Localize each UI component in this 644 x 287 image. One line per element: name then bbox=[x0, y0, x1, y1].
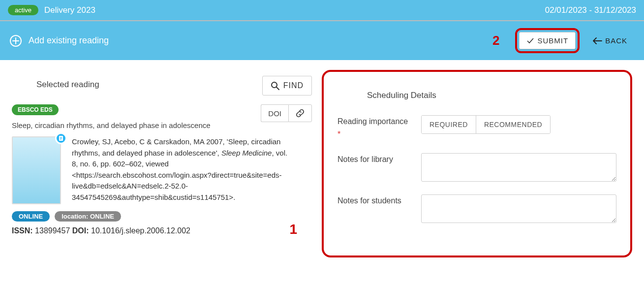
doi-value: 10.1016/j.sleep.2006.12.002 bbox=[89, 226, 190, 235]
content: Selected reading FIND DOI EBSCO EDS Slee… bbox=[0, 60, 644, 277]
find-button[interactable]: FIND bbox=[262, 76, 312, 96]
date-range: 02/01/2023 - 31/12/2023 bbox=[545, 5, 636, 15]
reading-title: Sleep, circadian rhythms, and delayed ph… bbox=[12, 121, 211, 129]
citation-journal: Sleep Medicine bbox=[221, 149, 272, 157]
location-badge: location: ONLINE bbox=[55, 211, 121, 222]
page-title: Add existing reading bbox=[29, 35, 109, 46]
search-icon bbox=[271, 81, 279, 90]
notes-students-label: Notes for students bbox=[337, 194, 411, 207]
importance-label: Reading importance * bbox=[337, 115, 411, 140]
thumbnail-wrap bbox=[12, 136, 63, 204]
importance-required-option[interactable]: REQUIRED bbox=[422, 116, 476, 133]
left-column: Selected reading FIND DOI EBSCO EDS Slee… bbox=[12, 70, 312, 235]
pill-row: ONLINE location: ONLINE bbox=[12, 211, 312, 222]
citation-text: Crowley, SJ, Acebo, C & Carskadon, MA 20… bbox=[72, 136, 288, 204]
notes-library-label: Notes for library bbox=[337, 153, 411, 166]
sub-bar-left: Add existing reading bbox=[10, 35, 109, 47]
delivery-label: Delivery 2023 bbox=[44, 5, 95, 15]
doi-button[interactable]: DOI bbox=[261, 104, 288, 122]
back-button-label: BACK bbox=[605, 36, 627, 45]
notes-students-row: Notes for students bbox=[337, 194, 616, 223]
sub-bar: Add existing reading 2 SUBMIT BACK bbox=[0, 21, 644, 60]
link-button[interactable] bbox=[288, 104, 312, 122]
scheduling-panel-highlight: Scheduling Details Reading importance * … bbox=[322, 70, 632, 257]
doi-link-group: DOI bbox=[261, 104, 312, 122]
top-bar: active Delivery 2023 02/01/2023 - 31/12/… bbox=[0, 0, 644, 21]
source-badge: EBSCO EDS bbox=[12, 104, 59, 115]
annotation-1: 1 bbox=[289, 222, 297, 237]
thumbnail bbox=[12, 136, 61, 204]
find-button-label: FIND bbox=[283, 81, 304, 90]
submit-button[interactable]: SUBMIT bbox=[519, 32, 576, 49]
link-icon bbox=[296, 109, 305, 118]
notes-library-row: Notes for library bbox=[337, 153, 616, 182]
right-column: Scheduling Details Reading importance * … bbox=[322, 70, 632, 257]
importance-label-text: Reading importance bbox=[337, 117, 408, 126]
source-row: EBSCO EDS Sleep, circadian rhythms, and … bbox=[12, 104, 228, 129]
doi-label: DOI: bbox=[72, 226, 89, 235]
citation-row: Crowley, SJ, Acebo, C & Carskadon, MA 20… bbox=[12, 136, 312, 204]
online-badge: ONLINE bbox=[12, 211, 50, 222]
issn-doi-line: ISSN: 13899457 DOI: 10.1016/j.sleep.2006… bbox=[12, 226, 312, 235]
find-button-wrap: FIND bbox=[262, 76, 312, 96]
document-icon bbox=[55, 132, 67, 144]
arrow-left-icon bbox=[592, 37, 602, 44]
issn-label: ISSN: bbox=[12, 226, 33, 235]
notes-library-input[interactable] bbox=[421, 153, 616, 182]
required-asterisk: * bbox=[337, 130, 340, 138]
importance-row: Reading importance * REQUIRED RECOMMENDE… bbox=[337, 115, 616, 140]
scheduling-heading: Scheduling Details bbox=[367, 91, 616, 100]
importance-toggle: REQUIRED RECOMMENDED bbox=[421, 115, 551, 134]
check-icon bbox=[526, 37, 534, 45]
sub-bar-right: 2 SUBMIT BACK bbox=[492, 28, 634, 53]
top-bar-left: active Delivery 2023 bbox=[8, 5, 95, 15]
annotation-2: 2 bbox=[492, 33, 499, 48]
issn-value: 13899457 bbox=[33, 226, 72, 235]
notes-students-input[interactable] bbox=[421, 194, 616, 223]
importance-recommended-option[interactable]: RECOMMENDED bbox=[476, 116, 550, 133]
plus-circle-icon bbox=[10, 35, 22, 47]
submit-highlight: SUBMIT bbox=[515, 28, 580, 53]
submit-button-label: SUBMIT bbox=[537, 36, 568, 45]
back-button[interactable]: BACK bbox=[585, 32, 634, 49]
status-badge: active bbox=[8, 5, 38, 15]
